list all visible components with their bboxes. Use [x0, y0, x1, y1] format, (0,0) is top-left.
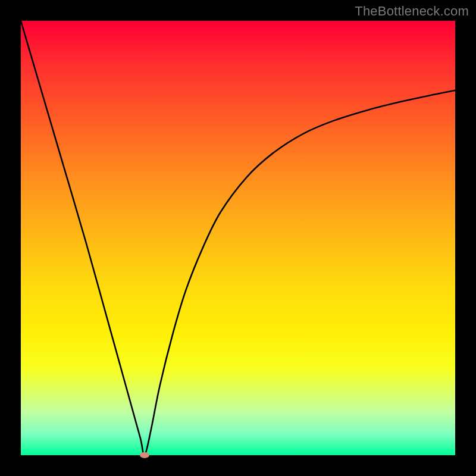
- watermark-text: TheBottleneck.com: [355, 4, 469, 19]
- bottleneck-curve: [21, 21, 455, 455]
- optimum-marker: [140, 452, 149, 458]
- chart-frame: TheBottleneck.com: [0, 0, 476, 476]
